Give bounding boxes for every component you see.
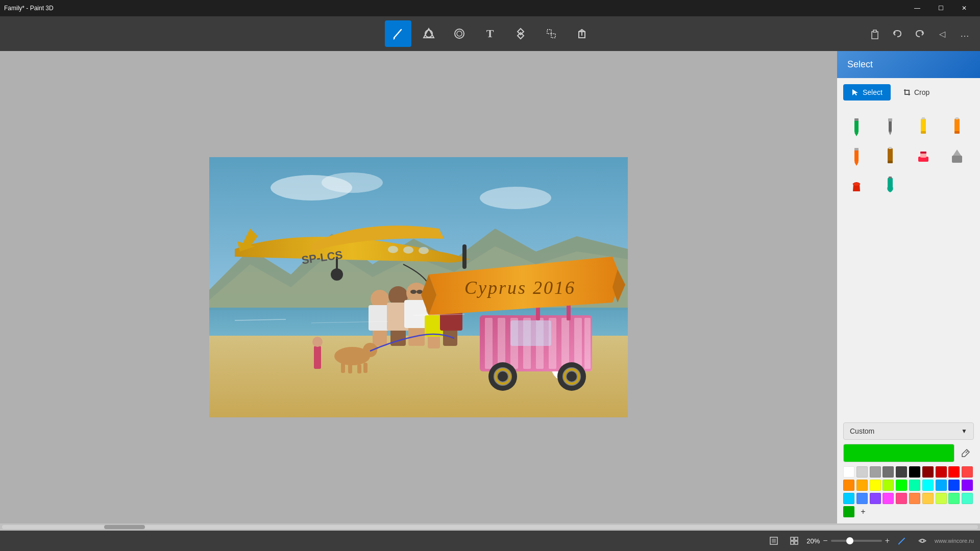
tool-bucket-red[interactable] — [843, 172, 870, 198]
color-row-3 — [843, 493, 974, 504]
history-back-button[interactable]: ◁ — [933, 24, 951, 43]
svg-rect-93 — [888, 161, 893, 163]
svg-point-66 — [331, 268, 343, 281]
eye-button[interactable] — [914, 533, 930, 549]
grid-button[interactable] — [786, 533, 802, 549]
tool-brush[interactable] — [385, 20, 411, 47]
svg-rect-52 — [510, 320, 551, 346]
zoom-percent: 20% — [806, 537, 820, 545]
tool-pencil-green[interactable] — [843, 113, 870, 139]
tool-marker-orange[interactable] — [944, 113, 970, 139]
svg-rect-107 — [791, 541, 794, 544]
svg-point-99 — [853, 183, 860, 186]
svg-rect-87 — [954, 131, 960, 134]
color-row-2 — [843, 480, 974, 491]
color-amber[interactable] — [856, 480, 868, 491]
tool-canvas[interactable] — [507, 20, 534, 47]
svg-rect-105 — [791, 537, 794, 540]
maximize-button[interactable]: ☐ — [929, 0, 952, 16]
color-cyan[interactable] — [922, 480, 934, 491]
brush-mode-button[interactable] — [894, 533, 910, 549]
svg-rect-100 — [888, 178, 893, 188]
tool-shapes[interactable] — [415, 20, 442, 47]
eyedropper-button[interactable] — [958, 445, 974, 461]
tool-fill-gray[interactable] — [944, 142, 970, 169]
zoom-slider[interactable] — [831, 540, 882, 542]
tool-pen-gray[interactable] — [877, 113, 903, 139]
panel-tabs: Select Crop — [837, 78, 980, 107]
tab-select[interactable]: Select — [843, 84, 891, 101]
tool-marker-brown[interactable] — [877, 142, 903, 169]
tool-drip-teal[interactable] — [877, 172, 903, 198]
color-yellow[interactable] — [870, 480, 881, 491]
svg-rect-86 — [954, 118, 960, 133]
current-color-preview[interactable] — [843, 444, 954, 462]
undo-button[interactable] — [888, 24, 906, 43]
color-charcoal[interactable] — [896, 466, 907, 478]
color-springgreen[interactable] — [909, 480, 920, 491]
zoom-thumb[interactable] — [846, 537, 853, 544]
color-green[interactable] — [896, 480, 907, 491]
crop-icon — [903, 88, 911, 96]
close-button[interactable]: ✕ — [952, 0, 976, 16]
paste-button[interactable] — [866, 24, 884, 43]
tool-text[interactable]: T — [477, 20, 503, 47]
color-darkred[interactable] — [922, 466, 934, 478]
custom-label: Custom — [850, 427, 874, 435]
color-magenta[interactable] — [883, 493, 894, 504]
scrollbar-thumb[interactable] — [104, 525, 145, 529]
canvas-wrapper: SP-LCS Cyprus 2016 — [209, 157, 628, 417]
color-crimson[interactable] — [936, 466, 947, 478]
svg-rect-92 — [888, 148, 893, 162]
color-red[interactable] — [948, 466, 960, 478]
color-blue[interactable] — [948, 480, 960, 491]
tool-3d[interactable] — [569, 20, 595, 47]
color-dodgerblue[interactable] — [936, 480, 947, 491]
redo-button[interactable] — [911, 24, 929, 43]
color-lightred[interactable] — [962, 466, 973, 478]
color-cornflower[interactable] — [856, 493, 868, 504]
color-indigo[interactable] — [870, 493, 881, 504]
svg-point-35 — [363, 343, 377, 357]
tab-crop[interactable]: Crop — [895, 84, 938, 101]
add-color-button[interactable]: + — [857, 506, 869, 517]
color-purple[interactable] — [962, 480, 973, 491]
tab-select-label: Select — [863, 88, 883, 96]
color-orange[interactable] — [843, 480, 854, 491]
color-salmon[interactable] — [909, 493, 920, 504]
tool-select-crop[interactable] — [538, 20, 565, 47]
color-gray[interactable] — [870, 466, 881, 478]
add-color-swatch[interactable] — [843, 506, 854, 517]
scrollbar-track[interactable] — [2, 525, 978, 529]
svg-point-11 — [322, 172, 383, 193]
svg-marker-90 — [854, 162, 859, 166]
view-mode-button[interactable] — [766, 533, 782, 549]
tool-marker-yellow[interactable] — [910, 113, 937, 139]
color-mint[interactable] — [948, 493, 960, 504]
color-aquamarine[interactable] — [962, 493, 973, 504]
color-black[interactable] — [909, 466, 920, 478]
more-button[interactable]: … — [955, 24, 974, 43]
color-darkgray[interactable] — [883, 466, 894, 478]
svg-rect-44 — [498, 318, 505, 369]
zoom-minus-icon[interactable]: − — [823, 536, 827, 545]
color-lightgray[interactable] — [856, 466, 868, 478]
tool-pencil-orange[interactable] — [843, 142, 870, 169]
zoom-plus-icon[interactable]: + — [885, 536, 890, 545]
tool-effects[interactable] — [446, 20, 473, 47]
custom-dropdown[interactable]: Custom ▼ — [843, 422, 974, 440]
color-gold[interactable] — [922, 493, 934, 504]
color-skyblue[interactable] — [843, 493, 854, 504]
color-white[interactable] — [843, 466, 854, 478]
svg-rect-37 — [341, 363, 345, 373]
add-color-row: + — [843, 506, 974, 517]
svg-point-69 — [403, 246, 413, 254]
tool-eraser-red[interactable] — [910, 142, 937, 169]
color-section: Custom ▼ — [837, 416, 980, 523]
canvas-area[interactable]: SP-LCS Cyprus 2016 — [0, 51, 837, 523]
color-chartreuse[interactable] — [883, 480, 894, 491]
minimize-button[interactable]: — — [905, 0, 929, 16]
color-yellowgreen[interactable] — [936, 493, 947, 504]
color-hotpink[interactable] — [896, 493, 907, 504]
horizontal-scrollbar[interactable] — [0, 523, 980, 531]
